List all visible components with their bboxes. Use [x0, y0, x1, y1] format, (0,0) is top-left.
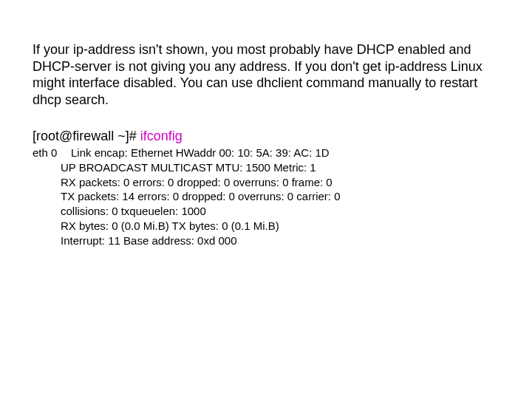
- output-line-6: RX bytes: 0 (0.0 Mi.B) TX bytes: 0 (0.1 …: [33, 219, 499, 233]
- shell-prompt: [root@firewall ~]#: [33, 129, 140, 143]
- output-line-2: UP BROADCAST MULTICAST MTU: 1500 Metric:…: [33, 160, 499, 175]
- output-line-1: Link encap: Ethernet HWaddr 00: 10: 5A: …: [71, 146, 499, 160]
- shell-prompt-line: [root@firewall ~]# ifconfig: [33, 129, 499, 144]
- output-line-7: Interrupt: 11 Base address: 0xd 000: [33, 233, 499, 248]
- ifconfig-output: eth 0 Link encap: Ethernet HWaddr 00: 10…: [33, 146, 499, 248]
- shell-command: ifconfig: [140, 129, 183, 143]
- interface-name: eth 0: [33, 146, 71, 160]
- output-line-4: TX packets: 14 errors: 0 dropped: 0 over…: [33, 189, 499, 204]
- output-line-5: collisions: 0 txqueuelen: 1000: [33, 204, 499, 219]
- intro-paragraph: If your ip-address isn't shown, you most…: [33, 41, 499, 108]
- output-line-3: RX packets: 0 errors: 0 dropped: 0 overr…: [33, 175, 499, 190]
